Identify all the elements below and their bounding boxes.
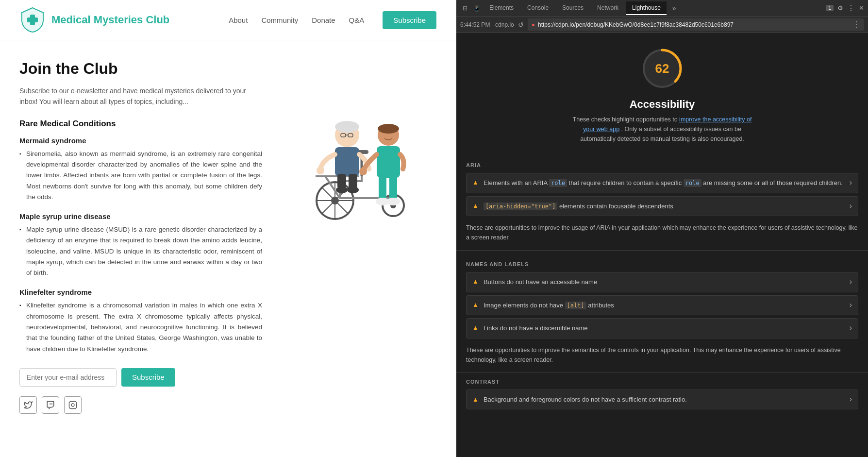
tab-elements[interactable]: Elements [484,1,519,15]
nav-link-qa[interactable]: Q&A [349,16,365,24]
condition-title-1: Mermaid syndrome [19,136,262,145]
devtools-time: 6:44:52 PM - cdnp.io [460,21,514,28]
svg-point-31 [386,198,400,205]
warning-icon-5: ▲ [472,324,479,331]
logo-icon [19,7,46,33]
audit-text-aria-2: [aria-hidden="true"] elements contain fo… [484,202,846,211]
tab-sources[interactable]: Sources [556,1,589,15]
warning-icon-4: ▲ [472,301,479,308]
condition-desc-2: Maple syrup urine disease (MSUD) is a ra… [19,224,262,278]
nav-link-donate[interactable]: Donate [312,16,335,24]
navigation: Medical Mysteries Club About Community D… [0,0,456,40]
score-circle: 62 [640,47,684,90]
content-left: Join the Club Subscribe to our e-newslet… [19,60,262,447]
chevron-icon-6: › [850,395,852,404]
audit-text-names-3: Links do not have a discernible name [484,323,846,333]
svg-rect-21 [349,174,357,188]
page-subtitle: Subscribe to our e-newsletter and have m… [19,85,262,107]
svg-rect-1 [27,17,38,22]
more-tabs-icon[interactable]: » [668,2,680,14]
website-panel: Medical Mysteries Club About Community D… [0,0,456,457]
condition-desc-1: Sirenomelia, also known as mermaid syndr… [19,149,262,203]
condition-desc-3: Klinefelter syndrome is a chromosomal va… [19,300,262,354]
audit-item-names-3[interactable]: ▲ Links do not have a discernible name › [466,318,858,339]
divider-2 [456,372,868,373]
condition-title-3: Klinefelter syndrome [19,288,262,296]
content-illustration [272,60,427,447]
tab-lighthouse[interactable]: Lighthouse [626,1,667,15]
aria-section-title: ARIA [466,158,858,170]
svg-rect-20 [337,174,346,188]
audit-text-contrast-1: Background and foreground colors do not … [484,395,846,405]
svg-rect-2 [69,401,77,408]
twitch-icon[interactable] [42,396,59,414]
main-content: Join the Club Subscribe to our e-newslet… [0,40,456,457]
tab-network[interactable]: Network [591,1,624,15]
divider-1 [456,250,868,251]
chevron-icon-5: › [850,323,852,332]
subtitle-text: These checks highlight opportunities to [573,116,678,123]
audit-text-aria-1: Elements with an ARIA role that require … [484,178,846,188]
url-bar: ● https://cdpn.io/pen/debug/KKebGwO/0d8e… [528,18,864,31]
lighthouse-score-section: 62 Accessibility These checks highlight … [456,33,868,153]
tab-console[interactable]: Console [521,1,554,15]
score-number: 62 [655,61,669,76]
condition-title-2: Maple syrup urine disease [19,212,262,220]
wheelchair-illustration [277,65,422,220]
devtools-tabbar: ⊡ 📱 Elements Console Sources Network Lig… [456,0,868,17]
refresh-icon[interactable]: ↺ [518,21,524,29]
svg-rect-28 [379,175,386,200]
audit-item-names-1[interactable]: ▲ Buttons do not have an accessible name… [466,272,858,292]
nav-link-community[interactable]: Community [261,16,298,24]
audit-item-aria-2[interactable]: ▲ [aria-hidden="true"] elements contain … [466,196,858,217]
svg-point-32 [359,168,367,175]
chevron-icon-1: › [850,178,852,187]
audit-item-names-2[interactable]: ▲ Image elements do not have [alt] attri… [466,295,858,316]
contrast-section-title: CONTRAST [466,375,858,387]
page-title: Join the Club [19,60,262,78]
chevron-icon-2: › [850,202,852,210]
settings-icon[interactable]: ⚙ [837,4,843,12]
svg-point-22 [336,186,348,193]
svg-rect-27 [377,146,400,178]
devtools-right-icons: 1 ⚙ ⋮ ✕ [826,3,864,13]
url-text: https://cdpn.io/pen/debug/KKebGwO/0d8ee1… [538,21,734,28]
contrast-section: CONTRAST ▲ Background and foreground col… [456,375,868,413]
aria-section: ARIA ▲ Elements with an ARIA role that r… [456,153,868,248]
vertical-dots-icon[interactable]: ⋮ [847,3,855,13]
subscribe-button[interactable]: Subscribe [121,368,175,387]
svg-point-24 [317,167,324,174]
names-description: These are opportunities to improve the s… [466,341,858,371]
close-devtools-icon[interactable]: ✕ [859,4,864,12]
devtools-addressbar: 6:44:52 PM - cdnp.io ↺ ● https://cdpn.io… [456,17,868,33]
warning-icon-3: ▲ [472,278,479,285]
nav-subscribe-button[interactable]: Subscribe [383,11,436,29]
logo-text: Medical Mysteries Club [51,14,169,26]
svg-point-15 [335,121,359,133]
audit-item-aria-1[interactable]: ▲ Elements with an ARIA role that requir… [466,173,858,193]
instagram-icon[interactable] [64,396,82,414]
subscribe-form: Subscribe [19,368,262,387]
aria-description: These are opportunities to improve the u… [466,219,858,248]
social-icons [19,396,262,414]
lighthouse-section-title: Accessibility [630,98,695,111]
device-icon[interactable]: 📱 [472,3,482,13]
nav-links: About Community Donate Q&A Subscribe [229,11,436,29]
twitter-icon[interactable] [19,396,37,414]
devtools-panel: ⊡ 📱 Elements Console Sources Network Lig… [456,0,868,457]
warning-icon-1: ▲ [472,179,479,186]
svg-rect-29 [389,175,397,200]
chevron-icon-3: › [850,277,852,286]
svg-point-26 [378,124,399,134]
svg-point-23 [347,186,359,193]
audit-text-names-2: Image elements do not have [alt] attribu… [484,301,846,310]
email-input[interactable] [19,368,117,387]
audit-item-contrast-1[interactable]: ▲ Background and foreground colors do no… [466,389,858,410]
svg-rect-19 [335,147,359,176]
names-section-title: NAMES AND LABELS [466,257,858,269]
nav-link-about[interactable]: About [229,16,248,24]
inspect-icon[interactable]: ⊡ [460,3,470,13]
url-menu-icon[interactable]: ⋮ [852,20,860,29]
audit-text-names-1: Buttons do not have an accessible name [484,277,846,287]
section-title: Rare Medical Conditions [19,119,262,129]
